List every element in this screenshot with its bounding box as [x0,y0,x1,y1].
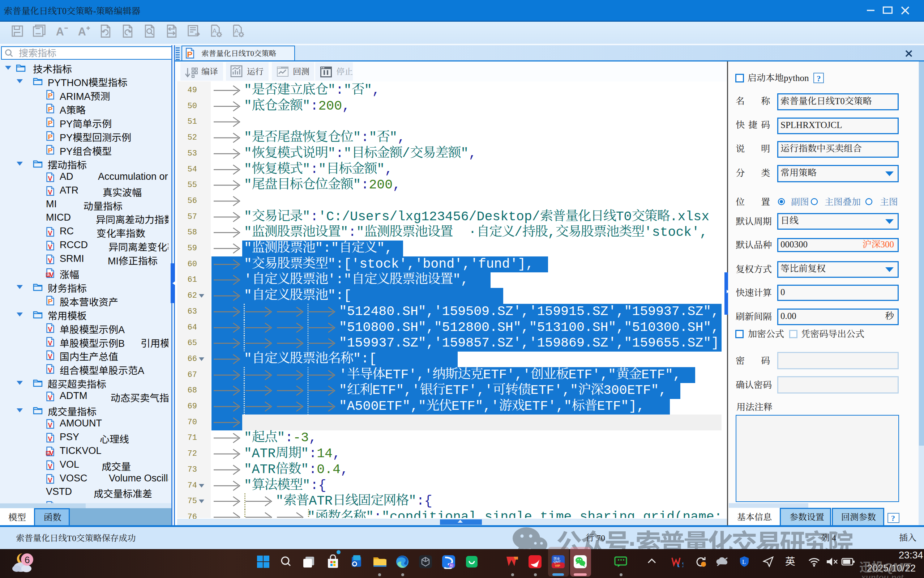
svg-text:V: V [48,257,52,265]
svg-text:V: V [48,422,52,429]
svg-text:V: V [48,189,52,196]
svg-text:A: A [78,25,86,37]
svg-text:V: V [48,367,52,374]
svg-text:P: P [48,298,53,305]
svg-text:V: V [50,271,54,278]
svg-text:VIP: VIP [555,564,560,568]
svg-text:V: V [48,353,52,360]
svg-text:V: V [48,326,52,333]
svg-text:V: V [48,435,52,443]
svg-text:P: P [48,92,53,99]
svg-text:A: A [235,28,239,35]
svg-text:V: V [48,394,52,401]
svg-text:P: P [48,133,53,141]
svg-text:V: V [50,450,54,456]
svg-text:a: a [47,273,50,277]
svg-text:V: V [48,339,52,347]
svg-text:AI: AI [450,563,453,568]
svg-text:a: a [47,451,50,455]
svg-text:P: P [187,50,192,59]
svg-text:P: P [48,119,53,127]
svg-text:V: V [48,477,52,484]
svg-text:A: A [212,28,217,35]
svg-text:QMT: QMT [553,560,561,563]
svg-text:V: V [48,175,52,182]
svg-text:V: V [48,244,52,251]
svg-text:V: V [48,463,52,470]
svg-text:P: P [48,106,53,113]
svg-text:L: L [742,559,746,565]
svg-text:A: A [56,25,64,37]
svg-text:V: V [48,230,52,237]
svg-text:P: P [48,147,53,154]
